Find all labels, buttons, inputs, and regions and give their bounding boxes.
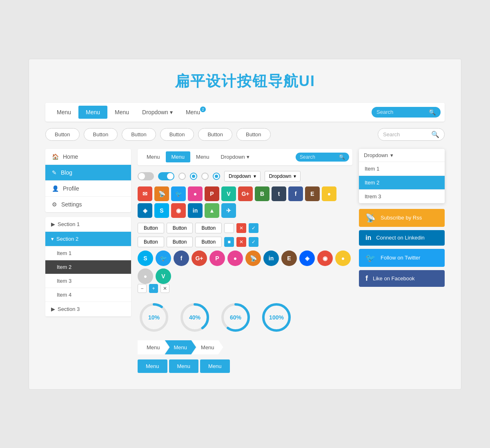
nav-item-menu5[interactable]: Menu 2 (178, 106, 207, 119)
circ-facebook[interactable]: f (174, 251, 189, 266)
social-btn-linkedin[interactable]: in Connect on Linkedin (359, 230, 445, 246)
circ-vimeo[interactable]: V (156, 268, 171, 284)
close-btn-2[interactable]: ✕ (236, 237, 246, 247)
tree-section-3[interactable]: ▶ Section 3 (45, 302, 131, 317)
btn-1[interactable]: Button (45, 128, 80, 141)
circ-rss[interactable]: 📡 (245, 251, 261, 266)
btn-2[interactable]: Button (84, 128, 118, 141)
social-flickr[interactable]: ● (322, 186, 336, 201)
social-tumblr[interactable]: t (272, 186, 286, 201)
social-pinterest[interactable]: P (205, 186, 219, 201)
social-blogger[interactable]: B (255, 186, 270, 201)
nav-item-menu3[interactable]: Menu (107, 106, 136, 119)
social-evernote[interactable]: E (305, 186, 320, 201)
check-btn-2[interactable]: ✓ (249, 237, 258, 247)
tree-section-1[interactable]: ▶ Section 1 (45, 217, 131, 232)
arrow-item-3[interactable]: Menu (192, 340, 223, 355)
circ-dribbble[interactable]: ● (227, 251, 243, 266)
tree-item-3[interactable]: Item 3 (45, 274, 131, 288)
social-skype[interactable]: S (154, 203, 169, 218)
social-gmail[interactable]: ✉ (138, 186, 152, 201)
circ-gplus[interactable]: G+ (192, 251, 207, 266)
btn-3[interactable]: Button (122, 128, 156, 141)
small-btn-6[interactable]: Button (195, 237, 222, 247)
checkbox-empty[interactable] (224, 223, 234, 233)
social-twitter[interactable]: 🐦 (171, 186, 186, 201)
circ-pinterest[interactable]: P (209, 251, 225, 266)
small-btn-4[interactable]: Button (138, 237, 164, 247)
small-btn-3[interactable]: Button (195, 223, 222, 233)
radio-checked-2[interactable] (213, 173, 220, 180)
circ-dropbox[interactable]: ◈ (299, 251, 315, 266)
social-dribbble[interactable]: ● (188, 186, 203, 201)
social-google-photos[interactable]: ◉ (171, 203, 186, 218)
social-dropbox[interactable]: ◈ (138, 203, 152, 218)
circ-linkedin[interactable]: in (263, 251, 279, 266)
nav-item-menu2[interactable]: Menu (78, 106, 107, 119)
small-nav-dropdown[interactable]: Dropdown ▾ (215, 151, 255, 162)
radio-unchecked-2[interactable] (201, 173, 209, 180)
social-android[interactable]: ▲ (205, 203, 219, 218)
social-fb-sq[interactable]: f (288, 186, 303, 201)
arrow-item-2[interactable]: Menu (165, 340, 196, 355)
tab-minus[interactable]: − (138, 284, 147, 293)
tree-section-2[interactable]: ▾ Section 2 (45, 232, 131, 246)
tab-plus[interactable]: + (149, 284, 158, 293)
sidebar-item-settings[interactable]: ⚙ Settings (45, 197, 131, 212)
sidebar-item-profile[interactable]: 👤 Profile (45, 181, 131, 197)
dropdown-small-1[interactable]: Dropdown ▾ (224, 171, 261, 182)
circ-flickr[interactable]: ● (335, 251, 351, 266)
circ-twitter[interactable]: 🐦 (156, 251, 171, 266)
social-linkedin-sq[interactable]: in (188, 203, 203, 218)
small-nav-menu1[interactable]: Menu (141, 151, 166, 162)
btn-5[interactable]: Button (198, 128, 232, 141)
search-input-top[interactable] (376, 109, 425, 115)
small-nav-menu2[interactable]: Menu (166, 151, 191, 162)
nav-item-menu1[interactable]: Menu (49, 106, 78, 119)
bottom-nav-btn-3[interactable]: Menu (200, 359, 230, 373)
small-btn-1[interactable]: Button (138, 223, 164, 233)
search-input-gray[interactable] (383, 131, 428, 138)
circ-skype[interactable]: S (138, 251, 153, 266)
radio-unchecked-1[interactable] (178, 173, 186, 180)
sidebar-item-blog[interactable]: ✎ Blog (45, 165, 131, 181)
search-icon-top: 🔍 (429, 109, 436, 115)
social-vimeo[interactable]: V (221, 186, 236, 201)
social-btn-twitter[interactable]: 🐦 Follow on Twitter (359, 249, 445, 267)
small-search-input[interactable] (300, 154, 336, 160)
social-gplus[interactable]: G+ (238, 186, 253, 201)
search-bar-gray: 🔍 (378, 128, 445, 141)
close-btn-1[interactable]: ✕ (236, 223, 246, 233)
radio-checked-1[interactable] (190, 173, 197, 180)
dropdown-item-3[interactable]: Itrem 3 (359, 190, 445, 203)
dropdown-item-1[interactable]: Item 1 (359, 162, 445, 176)
circ-evernote[interactable]: E (281, 251, 297, 266)
small-btn-2[interactable]: Button (167, 223, 193, 233)
btn-6[interactable]: Button (236, 128, 271, 141)
arrow-item-1[interactable]: Menu (138, 340, 169, 355)
social-rss[interactable]: 📡 (154, 186, 169, 201)
toggle-on-1[interactable] (158, 172, 174, 180)
btn-4[interactable]: Button (160, 128, 194, 141)
bottom-nav-btn-1[interactable]: Menu (138, 359, 167, 373)
social-extra[interactable]: ✈ (221, 203, 236, 218)
small-btn-5[interactable]: Button (167, 237, 193, 247)
sidebar-item-home[interactable]: 🏠 Home (45, 149, 131, 165)
social-btn-rss[interactable]: 📡 Subscribe by Rss (359, 209, 445, 227)
dropdown-small-2[interactable]: Dropdown ▾ (265, 171, 301, 182)
dropdown-item-2[interactable]: Item 2 (359, 176, 445, 190)
bottom-nav-btn-2[interactable]: Menu (169, 359, 199, 373)
checkbox-checked[interactable]: ■ (224, 237, 234, 247)
circ-empty[interactable]: ● (138, 268, 153, 284)
social-btn-facebook[interactable]: f Like on Facebook (359, 270, 445, 287)
tab-close[interactable]: ✕ (160, 284, 169, 293)
tree-item-1[interactable]: Item 1 (45, 246, 131, 260)
toggle-off-1[interactable] (138, 172, 154, 180)
dropdown-panel-header[interactable]: Dropdown ▾ (359, 149, 445, 162)
tree-item-4[interactable]: Item 4 (45, 288, 131, 302)
small-nav-menu3[interactable]: Menu (190, 151, 215, 162)
check-btn-1[interactable]: ✓ (249, 223, 258, 233)
circ-gphotos[interactable]: ◉ (317, 251, 333, 266)
tree-item-2[interactable]: Item 2 (45, 260, 131, 274)
nav-item-dropdown[interactable]: Dropdown ▾ (136, 106, 178, 119)
